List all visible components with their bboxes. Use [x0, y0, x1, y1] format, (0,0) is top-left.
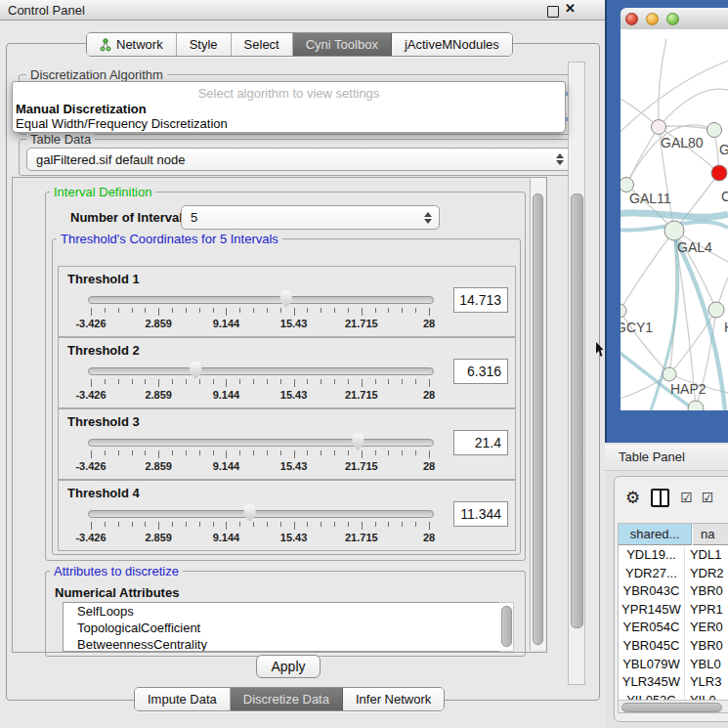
network-edge — [659, 39, 666, 127]
stepper-arrows-icon[interactable] — [424, 212, 432, 224]
popup-option-manual-discretization[interactable]: Manual Discretization — [16, 102, 147, 116]
threshold-value-field[interactable]: 21.4 — [453, 430, 508, 455]
threshold-value-field[interactable]: 14.713 — [453, 287, 508, 313]
tick-label: 28 — [423, 460, 435, 472]
node[interactable] — [707, 123, 722, 138]
scrollbar-thumb[interactable] — [501, 606, 512, 647]
slider-knob[interactable] — [242, 503, 257, 522]
minor-tick — [199, 308, 200, 313]
float-window-icon[interactable] — [547, 6, 559, 18]
node-gal80[interactable] — [652, 120, 666, 135]
tab-label: Infer Network — [356, 692, 431, 707]
network-edge — [659, 89, 728, 127]
node[interactable] — [688, 401, 704, 416]
tab-label: Cyni Toolbox — [306, 37, 378, 52]
tab-discretize-data[interactable]: Discretize Data — [231, 688, 343, 710]
table-row[interactable]: YPR145WYPR1 — [619, 601, 728, 620]
apply-button[interactable]: Apply — [256, 655, 321, 678]
popup-option-equal-width-frequency[interactable]: Equal Width/Frequency Discretization — [16, 116, 228, 131]
tab-infer-network[interactable]: Infer Network — [343, 688, 444, 710]
minor-tick — [402, 308, 403, 313]
node-gal4[interactable] — [664, 221, 684, 240]
major-tick — [91, 522, 92, 530]
scrollbar-thumb[interactable] — [621, 703, 722, 712]
node-gcy1[interactable] — [613, 304, 626, 318]
table-row[interactable]: YER054CYER0 — [619, 619, 728, 637]
major-tick — [226, 379, 227, 387]
table-row[interactable]: YDL19...YDL1 — [619, 546, 728, 565]
number-of-intervals-combo[interactable]: 5 — [181, 205, 440, 230]
slider-track[interactable] — [88, 367, 434, 375]
minor-tick — [186, 450, 187, 455]
checkbox-icon[interactable]: ☑ — [702, 491, 712, 504]
slider-knob[interactable] — [278, 289, 293, 308]
number-of-intervals-label: Number of Intervals — [70, 210, 190, 225]
scrollbar-thumb[interactable] — [533, 193, 543, 645]
column-header-name[interactable]: na — [693, 524, 728, 545]
minor-tick — [415, 308, 416, 313]
minor-tick — [402, 522, 403, 527]
major-tick — [294, 379, 295, 387]
node-label-hap2: HAP2 — [670, 381, 707, 397]
minor-tick — [388, 379, 389, 384]
column-header-shared-name[interactable]: shared... — [619, 524, 692, 545]
minor-tick — [280, 379, 281, 384]
network-graph: GAL80GAGAL11CGAL4GCY1HHAP2 — [606, 0, 728, 443]
table-row[interactable]: YLR345WYLR3 — [619, 673, 728, 692]
split-columns-icon[interactable] — [651, 489, 669, 507]
table-row[interactable]: YDR27...YDR2 — [619, 565, 728, 583]
tab-select[interactable]: Select — [232, 33, 293, 56]
slider-knob[interactable] — [189, 361, 203, 379]
list-item-betweennesscentrality[interactable]: BetweennessCentrality — [64, 636, 499, 652]
numerical-attributes-list[interactable]: SelfLoopsTopologicalCoefficientBetweenne… — [63, 602, 500, 652]
slider-knob[interactable] — [351, 432, 365, 450]
table-data-combo[interactable]: galFiltered.sif default node — [26, 148, 572, 171]
screen: Control Panel ✕ NetworkStyleSelectCyni T… — [0, 0, 728, 728]
panel-scrollbar[interactable] — [568, 62, 585, 685]
close-icon[interactable]: ✕ — [565, 1, 576, 16]
table-row[interactable]: YIL052CYIL0 — [619, 692, 728, 700]
minor-tick — [253, 379, 254, 384]
checkbox-icon[interactable]: ☑ — [680, 491, 691, 504]
threshold-value-field[interactable]: 11.344 — [453, 501, 508, 527]
major-tick — [158, 450, 159, 458]
table-row[interactable]: YBR043CYBR0 — [619, 582, 728, 601]
table-horizontal-scrollbar[interactable] — [619, 700, 728, 712]
slider-track[interactable] — [88, 296, 434, 304]
major-tick — [158, 379, 159, 387]
tab-network[interactable]: Network — [87, 33, 177, 56]
node[interactable] — [708, 302, 724, 318]
tab-cyni-toolbox[interactable]: Cyni Toolbox — [293, 33, 392, 56]
node-label-gal80: GAL80 — [661, 135, 704, 150]
node-hap2[interactable] — [663, 367, 676, 381]
tick-label: 15.43 — [280, 532, 308, 543]
slider-track[interactable] — [88, 439, 434, 447]
gear-icon[interactable]: ⚙︎ — [625, 490, 640, 506]
slider-track[interactable] — [88, 510, 434, 518]
tab-jactivemnodules[interactable]: jActiveMNodules — [392, 33, 512, 56]
cell-shared-name: YER054C — [619, 619, 685, 637]
threshold-value-field[interactable]: 6.316 — [453, 359, 508, 384]
list-item-topologicalcoefficient[interactable]: TopologicalCoefficient — [64, 620, 499, 636]
node-selected[interactable] — [711, 165, 727, 181]
major-tick — [429, 308, 430, 316]
scrollbar-thumb[interactable] — [571, 193, 583, 628]
attributes-list-scrollbar[interactable] — [499, 602, 514, 652]
stepper-arrows-icon[interactable] — [556, 153, 564, 165]
form-scrollbar[interactable] — [530, 178, 545, 650]
tab-impute-data[interactable]: Impute Data — [135, 688, 231, 710]
algorithm-popup: Select algorithm to view settings Manual… — [12, 81, 566, 133]
minor-tick — [118, 522, 119, 527]
top-tab-bar: NetworkStyleSelectCyni ToolboxjActiveMNo… — [86, 32, 513, 57]
minor-tick — [253, 308, 254, 313]
tab-style[interactable]: Style — [177, 33, 232, 56]
minor-tick — [213, 308, 214, 313]
minor-tick — [388, 450, 389, 455]
panel-title: Control Panel — [8, 3, 85, 18]
cell-name: YBL0 — [685, 656, 728, 674]
tick-label: 15.43 — [280, 460, 308, 472]
table-row[interactable]: YBR045CYBR0 — [619, 637, 728, 656]
list-item-selfloops[interactable]: SelfLoops — [64, 603, 499, 620]
minor-tick — [375, 379, 376, 384]
table-row[interactable]: YBL079WYBL0 — [619, 656, 728, 674]
